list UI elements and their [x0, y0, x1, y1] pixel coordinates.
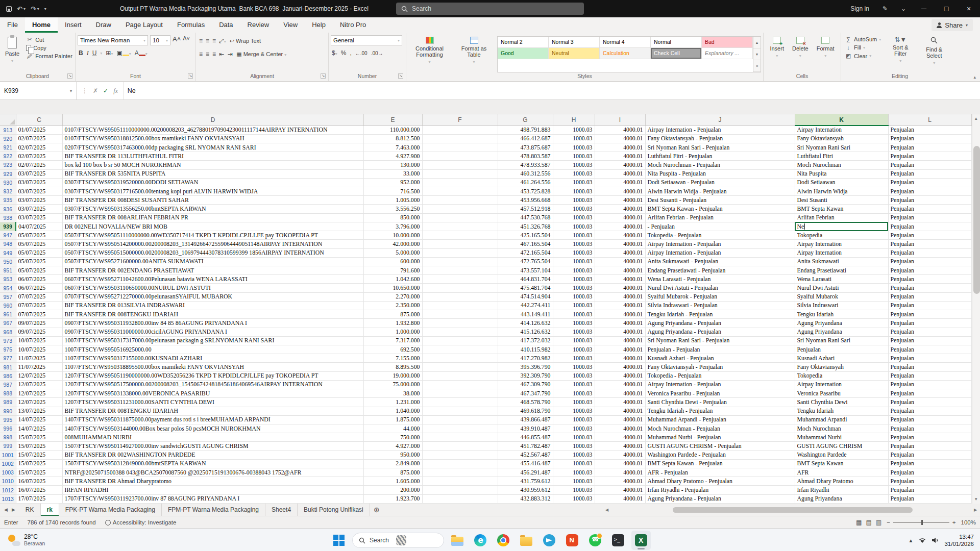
cell-L987[interactable]: Penjualan	[888, 380, 971, 389]
cell-H938[interactable]: 1000.03	[553, 213, 595, 222]
cell-K950[interactable]: Anita Sukmawati	[795, 257, 888, 266]
cell-G1010[interactable]: 431.759.612	[498, 477, 553, 486]
cell-E967[interactable]: 1.932.800	[363, 319, 422, 328]
cell-K998[interactable]: Muhammad Nurbi	[795, 433, 888, 442]
cell-H967[interactable]: 1000.03	[553, 319, 595, 328]
decrease-decimal-button[interactable]: .00→	[371, 51, 383, 56]
cell-E948[interactable]: 42.000.000	[363, 240, 422, 248]
cell-F968[interactable]	[422, 328, 498, 336]
cell-H957[interactable]: 1000.03	[553, 292, 595, 301]
cell-D920[interactable]: 0107/FTSCY/WS950318812500.00box mamikeki…	[62, 134, 363, 143]
cell-K1013[interactable]: Agung Priyandana	[795, 494, 888, 503]
ribbon-tab-nitro-pro[interactable]: Nitro Pro	[333, 17, 373, 33]
column-header-L[interactable]: L	[888, 114, 971, 126]
cell-D996[interactable]: 1407/FTSCY/WS9503144000.00Box besar polo…	[62, 424, 363, 433]
cell-H986[interactable]: 1000.03	[553, 371, 595, 380]
taskbar-search-box[interactable]: Search	[352, 533, 444, 548]
cell-L947[interactable]: Penjualan	[888, 231, 971, 240]
cell-C953[interactable]: 06/07/2025	[16, 275, 62, 284]
cell-I1002[interactable]: 4000.01	[595, 459, 645, 468]
cell-L961[interactable]: Penjualan	[888, 310, 971, 319]
cell-C921[interactable]: 02/07/2025	[16, 143, 62, 152]
cell-I977[interactable]: 4000.01	[595, 354, 645, 363]
increase-font-size-button[interactable]: A˄	[173, 35, 181, 45]
cell-D1003[interactable]: NTRF@2025071500388 043@BCA25070087560 @2…	[62, 468, 363, 477]
cell-F973[interactable]	[422, 336, 498, 345]
cell-I957[interactable]: 4000.01	[595, 292, 645, 301]
row-header-948[interactable]: 948	[0, 240, 16, 248]
orientation-button[interactable]: ⤢▾	[219, 37, 226, 44]
font-size-select[interactable]: 10▾	[150, 35, 170, 45]
cell-G1002[interactable]: 455.416.487	[498, 459, 553, 468]
cell-G973[interactable]: 417.372.032	[498, 336, 553, 345]
cell-L930[interactable]: Penjualan	[888, 178, 971, 187]
cell-K960[interactable]: Silvia Indraswari	[795, 301, 888, 310]
cell-H936[interactable]: 1000.03	[553, 205, 595, 213]
cell-K949[interactable]: Airpay Internation	[795, 248, 888, 257]
cell-H996[interactable]: 1000.03	[553, 424, 595, 433]
cell-G1001[interactable]: 452.567.487	[498, 450, 553, 459]
sheet-tab-fpk-pt-warna-media-packaging[interactable]: FPK-PT Warna Media Packaging	[59, 504, 162, 516]
cell-H968[interactable]: 1000.03	[553, 328, 595, 336]
cell-D938[interactable]: BIF TRANSFER DR 008ARLIFAN FEBRIAN PR	[62, 213, 363, 222]
cell-J986[interactable]: Tokopedia - Penjualan	[645, 371, 795, 380]
weather-widget[interactable]: 28°C Berawan	[4, 529, 49, 551]
titlebar-search-box[interactable]: Search	[396, 3, 584, 15]
cell-L990[interactable]: Penjualan	[888, 407, 971, 415]
cell-C950[interactable]: 05/07/2025	[16, 257, 62, 266]
cut-button[interactable]: ✂Cut	[24, 36, 74, 43]
cell-K951[interactable]: Endang Prasetiawati	[795, 266, 888, 275]
cell-E1012[interactable]: 200.000	[363, 486, 422, 494]
sheet-tab-bukti-potong-unifikasi[interactable]: Bukti Potong Unifikasi	[298, 504, 370, 516]
cell-J990[interactable]: Tengku Idariah - Penjualan	[645, 407, 795, 415]
dialog-launcher-icon[interactable]: ↘	[398, 73, 403, 79]
row-header-1010[interactable]: 1010	[0, 477, 16, 486]
cell-K996[interactable]: Moch Nurochman	[795, 424, 888, 433]
cell-D995[interactable]: 1407/FTSCY/WS950311875000.00payment dus …	[62, 415, 363, 424]
cell-F936[interactable]	[422, 205, 498, 213]
cell-L920[interactable]: Penjualan	[888, 134, 971, 143]
cell-G932[interactable]: 453.725.828	[498, 187, 553, 196]
cell-H913[interactable]: 1000.03	[553, 126, 595, 134]
cell-I948[interactable]: 4000.01	[595, 240, 645, 248]
cell-F990[interactable]	[422, 407, 498, 415]
collapse-ribbon-icon[interactable]: ▴	[973, 74, 976, 80]
minimize-button[interactable]: ─	[913, 0, 935, 17]
cell-G948[interactable]: 467.165.504	[498, 240, 553, 248]
page-layout-view-button[interactable]: ▤	[866, 519, 871, 526]
format-cells-button[interactable]: Format ▾	[814, 34, 838, 72]
cell-G954[interactable]: 475.481.704	[498, 284, 553, 292]
cell-I922[interactable]: 4000.01	[595, 152, 645, 161]
cell-L922[interactable]: Penjualan	[888, 152, 971, 161]
cell-C939[interactable]: 04/07/2025	[16, 222, 62, 231]
row-header-977[interactable]: 977	[0, 354, 16, 363]
cell-E938[interactable]: 850.000	[363, 213, 422, 222]
cell-K973[interactable]: Sri Nyoman Rani Sari	[795, 336, 888, 345]
close-button[interactable]: ×	[958, 0, 980, 17]
cell-C981[interactable]: 11/07/2025	[16, 363, 62, 371]
italic-button[interactable]: I	[87, 49, 89, 57]
cell-L957[interactable]: Penjualan	[888, 292, 971, 301]
cell-F949[interactable]	[422, 248, 498, 257]
cell-E988[interactable]: 38.000	[363, 389, 422, 398]
cell-H998[interactable]: 1000.03	[553, 433, 595, 442]
cell-H995[interactable]: 1000.03	[553, 415, 595, 424]
cell-G968[interactable]: 415.126.632	[498, 328, 553, 336]
cell-L923[interactable]: Penjualan	[888, 161, 971, 169]
clock[interactable]: 13:47 31/01/2026	[944, 533, 974, 547]
cell-I950[interactable]: 4000.01	[595, 257, 645, 266]
cell-F996[interactable]	[422, 424, 498, 433]
row-header-989[interactable]: 989	[0, 398, 16, 407]
row-header-998[interactable]: 998	[0, 433, 16, 442]
cell-I999[interactable]: 4000.01	[595, 442, 645, 450]
start-button[interactable]	[329, 531, 349, 550]
cell-G913[interactable]: 498.791.883	[498, 126, 553, 134]
column-header-K[interactable]: K	[795, 114, 888, 126]
cell-K968[interactable]: Agung Priyandana	[795, 328, 888, 336]
cell-D948[interactable]: 0507/FTSCY/WS950514200000.00200008203_13…	[62, 240, 363, 248]
wifi-icon[interactable]	[918, 537, 926, 543]
cell-style-neutral[interactable]: Neutral	[549, 48, 600, 59]
accounting-format-button[interactable]: $▾	[332, 49, 337, 57]
chrome-button[interactable]	[494, 531, 513, 550]
gallery-down-icon[interactable]: ▼	[753, 48, 761, 60]
